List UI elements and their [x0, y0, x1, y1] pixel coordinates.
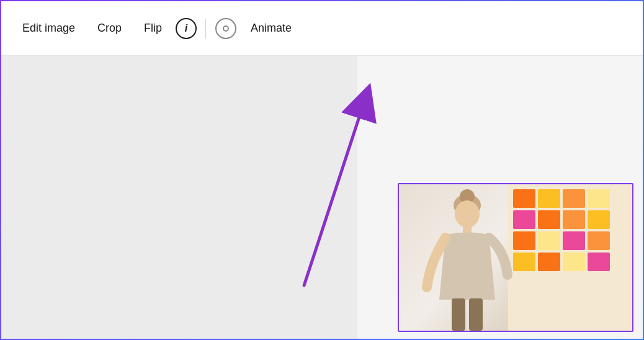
person-figure [418, 188, 517, 331]
sticky-note [538, 189, 560, 208]
animate-outer-ring [215, 18, 236, 39]
edit-image-button[interactable]: Edit image [14, 17, 84, 40]
animate-button[interactable]: Animate [242, 17, 300, 40]
sticky-note [588, 231, 610, 250]
sticky-note [588, 210, 610, 229]
sticky-note [563, 189, 585, 208]
toolbar: Edit image Crop Flip i Animate [1, 1, 643, 56]
svg-rect-5 [469, 298, 483, 331]
info-icon[interactable]: i [176, 18, 197, 39]
sticky-note [538, 253, 560, 271]
sticky-note [538, 210, 560, 229]
svg-line-6 [304, 101, 365, 285]
canvas-area [1, 56, 643, 340]
crop-button[interactable]: Crop [89, 17, 130, 40]
photo-content [399, 184, 632, 331]
sticky-note [538, 231, 560, 250]
flip-button[interactable]: Flip [135, 17, 171, 40]
animate-icon-button[interactable] [215, 17, 237, 40]
image-frame[interactable] [398, 183, 633, 332]
toolbar-divider [205, 19, 206, 38]
svg-point-2 [455, 200, 480, 228]
sticky-note [588, 253, 610, 271]
sticky-notes-wall [508, 184, 632, 331]
animate-inner-circle [223, 25, 229, 32]
sticky-note [563, 253, 585, 271]
sticky-note [588, 189, 610, 208]
svg-rect-4 [452, 298, 465, 331]
sticky-note [563, 210, 585, 229]
sticky-note [563, 231, 585, 250]
